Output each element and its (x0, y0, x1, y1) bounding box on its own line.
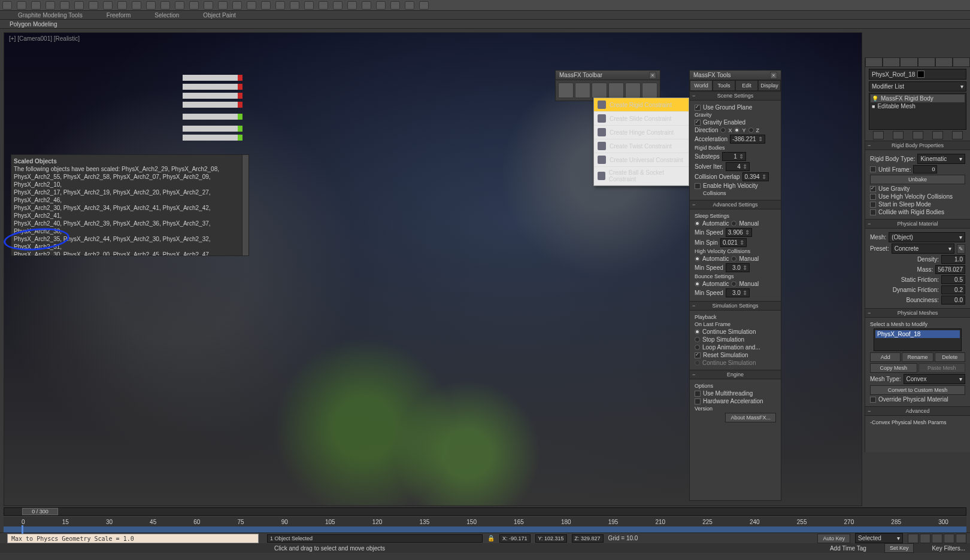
menu-item-rigid-constraint[interactable]: Create Rigid Constraint (594, 98, 689, 112)
menu-item-universal-constraint[interactable]: Create Universal Constraint (594, 153, 689, 167)
radio-manual[interactable] (731, 221, 736, 226)
spinner[interactable]: 3.0⇕ (726, 263, 750, 272)
check[interactable] (870, 194, 876, 200)
track-bar[interactable] (4, 526, 966, 532)
massfx-icon[interactable] (625, 83, 641, 98)
check[interactable] (870, 166, 876, 172)
about-button[interactable]: About MassFX... (725, 413, 776, 422)
section-sim[interactable]: Simulation Settings (690, 301, 781, 311)
mesh-dropdown[interactable]: (Object)▾ (889, 232, 965, 242)
radio-auto[interactable] (695, 256, 700, 261)
spinner-collision[interactable]: 0.394⇕ (742, 172, 769, 181)
ribbon-tab[interactable]: Selection (154, 12, 179, 19)
spinner[interactable]: 3.0⇕ (726, 288, 750, 297)
object-name-field[interactable]: PhysX_Roof_18 (869, 69, 966, 80)
modifier-stack[interactable]: 💡 MassFX Rigid Body ■ Editable Mesh (869, 93, 966, 130)
radio[interactable] (695, 329, 700, 334)
tool-icon[interactable] (419, 1, 429, 10)
edit-icon[interactable]: ✎ (957, 244, 965, 254)
spinner[interactable]: 0.2 (941, 285, 965, 294)
tool-icon[interactable] (46, 1, 55, 10)
rename-button[interactable]: Rename (902, 352, 933, 362)
check[interactable] (695, 352, 701, 358)
time-thumb[interactable]: 0 / 300 (22, 508, 58, 515)
tool-icon[interactable] (290, 1, 299, 10)
check-ground-plane[interactable] (695, 105, 701, 111)
lock-icon[interactable]: 🔒 (487, 535, 495, 541)
mesh-type-dropdown[interactable]: Convex▾ (904, 374, 965, 384)
tool-icon[interactable] (333, 1, 342, 10)
tab-tools[interactable]: Tools (713, 80, 735, 91)
spinner-substeps[interactable]: 1⇕ (722, 152, 746, 161)
section-engine[interactable]: Engine (690, 370, 781, 379)
modifier-item[interactable]: 💡 MassFX Rigid Body (871, 95, 965, 102)
delete-button[interactable]: Delete (935, 352, 965, 362)
menu-item-slide-constraint[interactable]: Create Slide Constraint (594, 112, 689, 126)
massfx-icon[interactable] (592, 83, 607, 98)
stack-icon[interactable] (893, 131, 904, 139)
check[interactable] (870, 202, 876, 208)
spinner[interactable]: 0.0 (941, 296, 965, 305)
cmd-tab[interactable] (918, 57, 935, 67)
ribbon-tab[interactable]: Graphite Modeling Tools (18, 12, 83, 19)
viewport[interactable]: [+] [Camera001] [Realistic] MassFX Toolb… (4, 32, 862, 506)
key-filters[interactable]: Key Filters... (932, 545, 965, 552)
tab-display[interactable]: Display (758, 80, 781, 91)
add-button[interactable]: Add (870, 352, 901, 362)
time-ruler[interactable]: 0153045607590105120135150165180195210225… (4, 517, 966, 526)
tool-icon[interactable] (362, 1, 371, 10)
section-advanced[interactable]: Advanced Settings (690, 200, 781, 209)
spinner[interactable]: 3.906⇕ (726, 228, 752, 237)
cmd-tab[interactable] (883, 57, 900, 67)
section-phys-mat[interactable]: Physical Material (865, 219, 970, 229)
check-hv[interactable] (695, 183, 701, 189)
add-time-tag[interactable]: Add Time Tag (830, 545, 866, 552)
tool-icon[interactable] (146, 1, 156, 10)
cmd-tab[interactable] (865, 57, 883, 67)
section-rigid-props[interactable]: Rigid Body Properties (865, 141, 970, 150)
unbake-button[interactable]: Unbake (870, 175, 965, 184)
stack-icon[interactable] (932, 131, 943, 139)
radio-x[interactable] (720, 127, 726, 133)
convert-button[interactable]: Convert to Custom Mesh (870, 385, 965, 395)
tool-icon[interactable] (247, 1, 256, 10)
spinner[interactable]: 0.021⇕ (720, 238, 747, 247)
close-icon[interactable]: × (770, 72, 777, 79)
tool-icon[interactable] (204, 1, 213, 10)
radio-z[interactable] (748, 127, 754, 133)
stack-icon[interactable] (873, 131, 884, 139)
tool-icon[interactable] (261, 1, 271, 10)
cmd-tab[interactable] (953, 57, 970, 67)
section-advanced[interactable]: Advanced (865, 406, 970, 416)
radio-y[interactable] (734, 127, 739, 133)
tool-icon[interactable] (347, 1, 357, 10)
check[interactable] (870, 397, 876, 403)
goto-start-icon[interactable] (908, 534, 919, 543)
tool-icon[interactable] (31, 1, 41, 10)
modifier-list-dropdown[interactable]: Modifier List▾ (869, 81, 966, 92)
goto-end-icon[interactable] (956, 534, 966, 543)
output-log[interactable]: Scaled Objects The following objects hav… (11, 154, 249, 256)
stack-icon[interactable] (913, 131, 923, 139)
radio-manual[interactable] (731, 256, 736, 261)
tool-icon[interactable] (304, 1, 314, 10)
mesh-listbox[interactable]: PhysX_Roof_18 (874, 328, 962, 351)
spinner-solver[interactable]: 4⇕ (726, 162, 750, 171)
massfx-icon[interactable] (558, 83, 574, 98)
tool-icon[interactable] (160, 1, 170, 10)
ribbon-panel-label[interactable]: Polygon Modeling (10, 21, 57, 28)
maxscript-listener[interactable]: Max to Physcs Geometry Scale = 1.0 (7, 534, 259, 543)
tool-icon[interactable] (89, 1, 98, 10)
radio-auto[interactable] (695, 221, 700, 226)
check[interactable] (870, 186, 876, 192)
coord-x[interactable]: X: -90.171 (499, 534, 531, 543)
radio-manual[interactable] (731, 281, 736, 287)
tool-icon[interactable] (390, 1, 400, 10)
check-hw[interactable] (695, 398, 701, 404)
tool-icon[interactable] (405, 1, 414, 10)
section-scene-settings[interactable]: Scene Settings (690, 91, 781, 101)
ribbon-tab[interactable]: Freeform (107, 12, 131, 19)
coord-z[interactable]: Z: 329.827 (572, 534, 604, 543)
radio[interactable] (695, 337, 700, 342)
tool-icon[interactable] (376, 1, 386, 10)
